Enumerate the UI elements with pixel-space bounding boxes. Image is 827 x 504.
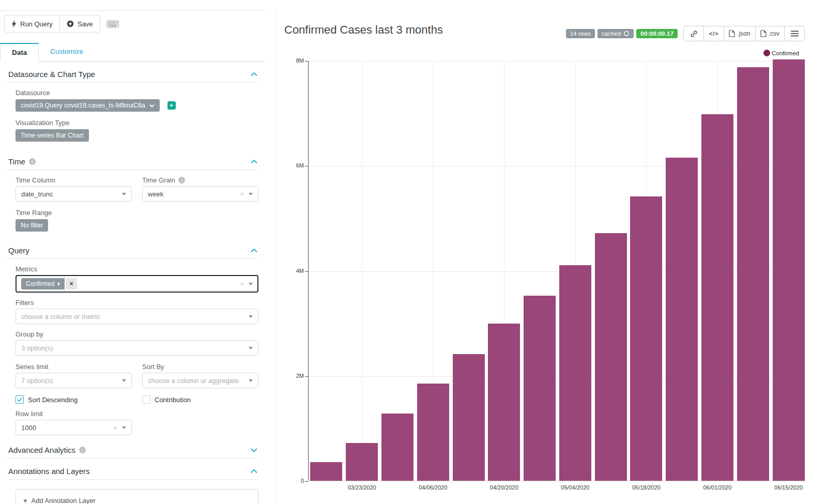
- metrics-select[interactable]: Confirmed × ×: [16, 275, 258, 293]
- chevron-up-icon[interactable]: [251, 160, 257, 164]
- section-title: Annotations and Layers: [8, 467, 90, 476]
- add-datasource-button[interactable]: +: [167, 101, 176, 110]
- legend-item-confirmed[interactable]: Confirmed: [763, 50, 799, 56]
- groupby-select[interactable]: 3 option(s): [16, 340, 258, 356]
- bar-03/16/2020[interactable]: [310, 462, 342, 481]
- y-tick-mark: [305, 61, 308, 62]
- time-column-select[interactable]: date_trunc: [16, 186, 132, 202]
- bar-03/30/2020[interactable]: [381, 414, 414, 481]
- contribution-checkbox[interactable]: Contribution: [142, 395, 258, 404]
- section-body-datasource: Datasource covid19.Query covid19.cases_t…: [7, 89, 258, 142]
- y-tick-mark: [305, 481, 308, 482]
- legend-label: Confirmed: [772, 50, 799, 56]
- export-json-button[interactable]: .json: [724, 26, 755, 41]
- bar-06/15/2020[interactable]: [773, 59, 805, 481]
- bar-06/01/2020[interactable]: [701, 114, 733, 481]
- checkbox-unchecked-icon: [142, 395, 150, 404]
- chart-menu-button[interactable]: [784, 26, 805, 41]
- row-limit-value: 1000: [21, 424, 36, 432]
- code-icon: </>: [709, 30, 719, 37]
- series-limit-value: 7 option(s): [21, 377, 53, 385]
- chart-toolbar: </> .json .csv: [683, 26, 805, 41]
- keyboard-shortcuts-button[interactable]: [106, 20, 119, 28]
- save-label: Save: [78, 20, 93, 28]
- chevron-down-icon[interactable]: [251, 448, 257, 452]
- cached-badge[interactable]: cached: [598, 29, 634, 38]
- save-button[interactable]: Save: [59, 15, 100, 33]
- row-limit-select[interactable]: 1000 ×: [16, 420, 132, 435]
- share-link-button[interactable]: [683, 26, 704, 41]
- metric-chip: Confirmed ×: [21, 278, 77, 289]
- y-axis-label: 4M: [282, 268, 304, 274]
- bar-05/25/2020[interactable]: [666, 158, 698, 481]
- viz-type-selector[interactable]: Time-series Bar Chart: [16, 129, 89, 142]
- chevron-up-icon[interactable]: [251, 249, 257, 253]
- bar-04/06/2020[interactable]: [417, 384, 449, 481]
- caret-down-icon: [249, 347, 253, 349]
- chevron-up-icon[interactable]: [251, 72, 257, 77]
- time-grain-select[interactable]: week ×: [142, 186, 258, 202]
- section-header-annotations[interactable]: Annotations and Layers: [7, 467, 258, 480]
- run-query-button[interactable]: Run Query: [4, 15, 60, 33]
- refresh-icon: [623, 30, 630, 37]
- datasource-label: Datasource: [16, 89, 258, 97]
- y-axis-label: 0: [282, 478, 304, 484]
- query-timer-badge: 00:00:00.17: [636, 29, 678, 38]
- time-range-selector[interactable]: No filter: [16, 219, 48, 232]
- tab-customize[interactable]: Customize: [39, 43, 95, 62]
- clear-icon[interactable]: ×: [113, 424, 117, 432]
- legend-dot: [763, 50, 770, 56]
- x-axis-label: 03/23/2020: [336, 484, 388, 491]
- bar-06/08/2020[interactable]: [737, 67, 769, 481]
- sort-descending-checkbox[interactable]: Sort Descending: [16, 395, 132, 404]
- section-header-datasource[interactable]: Datasource & Chart Type: [7, 62, 258, 83]
- chevron-up-icon[interactable]: [251, 469, 257, 474]
- caret-down-icon: [249, 193, 253, 195]
- info-icon[interactable]: i: [29, 158, 36, 165]
- row-count-badge: 14 rows: [566, 29, 595, 38]
- section-header-advanced-analytics[interactable]: Advanced Analytics i: [7, 446, 258, 459]
- info-icon[interactable]: i: [178, 177, 185, 184]
- export-csv-button[interactable]: .csv: [755, 26, 785, 41]
- tab-data[interactable]: Data: [0, 43, 39, 62]
- y-tick-mark: [305, 376, 308, 377]
- bar-05/04/2020[interactable]: [559, 265, 591, 481]
- json-label: .json: [737, 30, 750, 37]
- time-grain-label: Time Grain i: [142, 176, 258, 184]
- x-axis-label: 04/06/2020: [407, 484, 459, 491]
- add-annotation-layer-button[interactable]: + Add Annotation Layer: [16, 489, 258, 504]
- groupby-label: Group by: [16, 330, 258, 338]
- remove-metric-button[interactable]: ×: [66, 278, 77, 289]
- bar-04/20/2020[interactable]: [488, 324, 520, 481]
- bar-05/18/2020[interactable]: [630, 196, 662, 481]
- advanced-title: Advanced Analytics: [8, 446, 75, 454]
- embed-code-button[interactable]: </>: [703, 26, 724, 41]
- series-limit-select[interactable]: 7 option(s): [16, 373, 132, 388]
- cached-label: cached: [602, 30, 621, 37]
- section-header-time[interactable]: Time i: [7, 157, 258, 170]
- bar-04/13/2020[interactable]: [453, 354, 485, 481]
- sortby-select[interactable]: choose a column or aggregate: [142, 373, 258, 388]
- viz-type-label: Visualization Type: [16, 119, 258, 127]
- run-query-label: Run Query: [20, 20, 53, 28]
- time-title: Time: [8, 157, 25, 166]
- x-axis-label: 06/15/2020: [763, 484, 815, 491]
- sortby-placeholder: choose a column or aggregate: [148, 377, 239, 385]
- clear-icon[interactable]: ×: [240, 280, 244, 288]
- bar-04/27/2020[interactable]: [524, 296, 556, 481]
- time-range-label: Time Range: [16, 209, 258, 217]
- bar-05/11/2020[interactable]: [595, 233, 627, 481]
- metric-pill[interactable]: Confirmed: [21, 278, 65, 289]
- filters-select[interactable]: choose a column or metric: [16, 309, 258, 324]
- bar-03/23/2020[interactable]: [346, 443, 378, 481]
- section-title: Query: [8, 246, 29, 255]
- chart-panel: Confirmed Cases last 3 months 14 rows ca…: [276, 10, 827, 504]
- groupby-value: 3 option(s): [21, 344, 53, 352]
- x-axis-label: 04/20/2020: [478, 484, 530, 491]
- datasource-selector[interactable]: covid19.Query covid19.cases_ts-MfkruiC6a: [16, 99, 160, 112]
- clear-icon[interactable]: ×: [240, 190, 244, 198]
- x-axis-label: 06/01/2020: [692, 484, 743, 491]
- section-header-query[interactable]: Query: [7, 246, 258, 259]
- info-icon[interactable]: i: [79, 447, 86, 453]
- y-axis-label: 8M: [282, 57, 304, 64]
